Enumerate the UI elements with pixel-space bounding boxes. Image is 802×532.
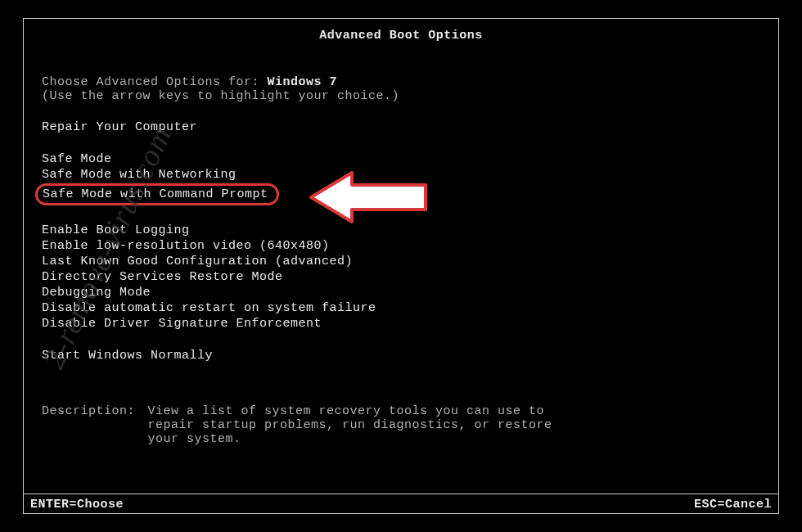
content-area: Choose Advanced Options for: Windows 7 (… (24, 43, 778, 454)
desc-text: View a list of system recovery tools you… (148, 404, 590, 446)
os-name: Windows 7 (268, 75, 338, 89)
repair-section: Repair Your Computer (42, 119, 760, 135)
choose-label: Choose Advanced Options for: (42, 75, 259, 89)
menu-safe-mode-cmd-wrap[interactable]: Safe Mode with Command Prompt (42, 183, 760, 206)
menu-debug[interactable]: Debugging Mode (42, 285, 760, 300)
footer-enter: ENTER=Choose (30, 498, 124, 512)
footer-bar: ENTER=Choose ESC=Cancel (24, 494, 778, 513)
header-section: Choose Advanced Options for: Windows 7 (… (42, 75, 760, 103)
menu-safe-mode-cmd: Safe Mode with Command Prompt (43, 187, 268, 201)
advanced-section: Enable Boot Logging Enable low-resolutio… (42, 223, 760, 331)
arrow-hint: (Use the arrow keys to highlight your ch… (42, 89, 399, 103)
description-row: Description: View a list of system recov… (42, 404, 760, 446)
menu-dsrm[interactable]: Directory Services Restore Mode (42, 269, 760, 285)
menu-no-drv-sig[interactable]: Disable Driver Signature Enforcement (42, 316, 760, 331)
menu-boot-log[interactable]: Enable Boot Logging (42, 223, 760, 238)
safe-mode-section: Safe Mode Safe Mode with Networking Safe… (42, 151, 760, 206)
menu-safe-mode[interactable]: Safe Mode (42, 151, 760, 167)
start-normal-section: Start Windows Normally (42, 348, 760, 363)
screen-title: Advanced Boot Options (24, 19, 778, 43)
boot-screen: Advanced Boot Options Choose Advanced Op… (23, 18, 779, 514)
menu-lkgc[interactable]: Last Known Good Configuration (advanced) (42, 254, 760, 269)
menu-start-normal[interactable]: Start Windows Normally (42, 348, 760, 363)
desc-label: Description: (42, 404, 140, 418)
footer-esc: ESC=Cancel (694, 498, 772, 512)
menu-repair[interactable]: Repair Your Computer (42, 119, 760, 135)
highlighted-option: Safe Mode with Command Prompt (35, 183, 279, 205)
menu-no-restart[interactable]: Disable automatic restart on system fail… (42, 300, 760, 316)
menu-low-res[interactable]: Enable low-resolution video (640x480) (42, 238, 760, 254)
menu-safe-mode-net[interactable]: Safe Mode with Networking (42, 167, 760, 183)
